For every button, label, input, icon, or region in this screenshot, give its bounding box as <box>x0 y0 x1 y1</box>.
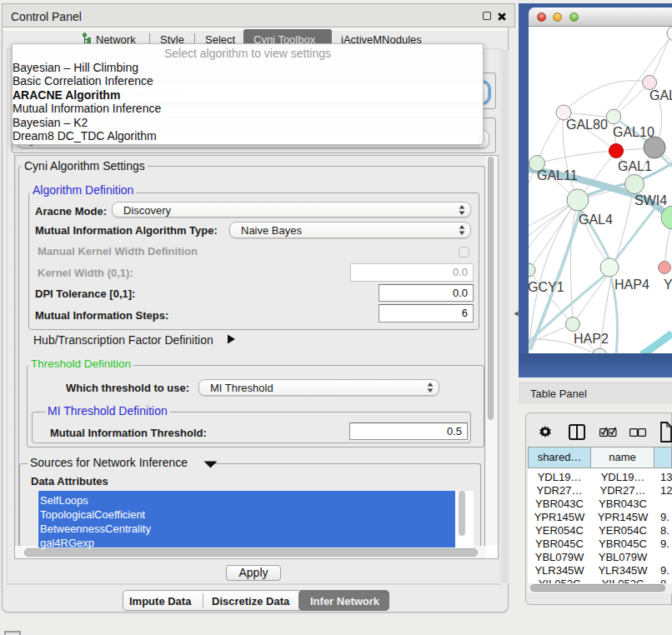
svg-text:HAP4: HAP4 <box>614 278 649 292</box>
svg-text:GAL7: GAL7 <box>649 88 672 102</box>
svg-text:GCY1: GCY1 <box>529 280 564 294</box>
svg-text:Y: Y <box>664 278 672 292</box>
svg-text:GAL10: GAL10 <box>613 125 654 139</box>
svg-text:SWI4: SWI4 <box>634 193 667 208</box>
svg-text:GAL4: GAL4 <box>579 212 613 227</box>
svg-text:GAL1: GAL1 <box>618 159 652 173</box>
svg-text:GAL11: GAL11 <box>537 168 578 182</box>
svg-text:HAP2: HAP2 <box>574 332 609 346</box>
svg-text:GAL80: GAL80 <box>566 118 608 132</box>
